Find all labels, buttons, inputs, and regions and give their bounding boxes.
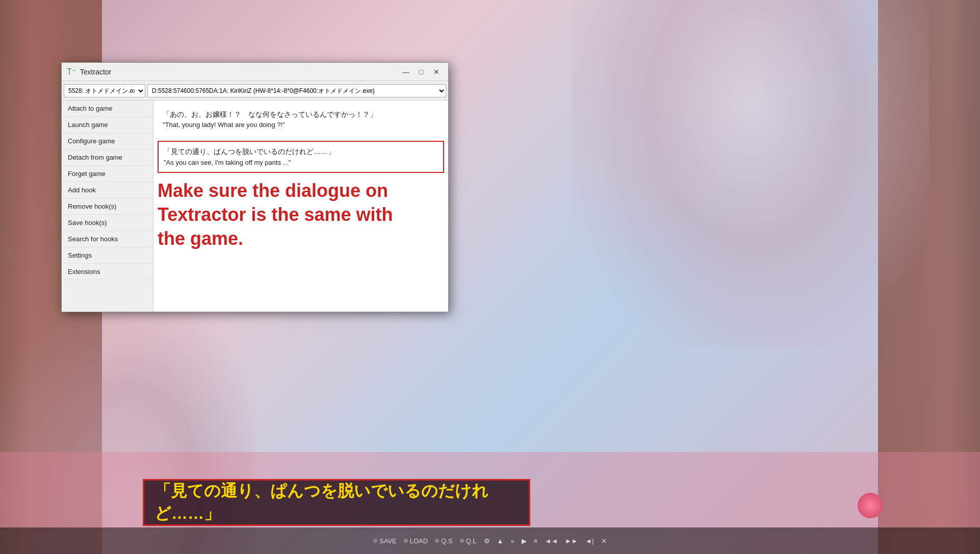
title-bar-controls: — □ ✕ bbox=[399, 66, 443, 78]
next-icon: ►► bbox=[565, 537, 578, 545]
menu-remove-hooks[interactable]: Remove hook(s) bbox=[62, 198, 153, 215]
process-dropdown[interactable]: 5528: オトメドメイン.exe bbox=[64, 84, 145, 97]
save-dot bbox=[373, 539, 377, 543]
content-area: 「あの、お、お嬢様！？ なな何をなさっているんですかっ！？」 "That, yo… bbox=[153, 100, 448, 312]
load-label: LOAD bbox=[410, 537, 428, 545]
menu-launch-game[interactable]: Launch game bbox=[62, 117, 153, 133]
toolbar-volume[interactable]: ◄) bbox=[585, 537, 594, 545]
window-body: Attach to game Launch game Configure gam… bbox=[62, 100, 448, 312]
up-icon: ▲ bbox=[497, 537, 504, 545]
top-controls: 5528: オトメドメイン.exe D:5528:574600:5765DA:1… bbox=[62, 81, 448, 100]
app-icon: T⁻ bbox=[67, 67, 76, 77]
settings-icon: ⚙ bbox=[484, 537, 490, 545]
annotation-line2: Textractor is the same with bbox=[158, 203, 444, 227]
highlighted-dialogue-jp: 「見ての通り、ぱんつを脱いでいるのだけれど……」 bbox=[164, 146, 438, 157]
qs-dot bbox=[435, 539, 439, 543]
play-icon: ▶ bbox=[522, 537, 527, 545]
toolbar-next[interactable]: ►► bbox=[565, 537, 578, 545]
window-title: Textractor bbox=[80, 68, 111, 76]
left-menu: Attach to game Launch game Configure gam… bbox=[62, 100, 153, 312]
annotation-line3: the game. bbox=[158, 227, 444, 251]
decorative-circle bbox=[858, 493, 883, 518]
menu-configure-game[interactable]: Configure game bbox=[62, 133, 153, 149]
annotation-text: Make sure the dialogue on Textractor is … bbox=[158, 179, 444, 250]
load-dot bbox=[404, 539, 408, 543]
menu-detach-from-game[interactable]: Detach from game bbox=[62, 149, 153, 166]
textractor-inner: 5528: オトメドメイン.exe D:5528:574600:5765DA:1… bbox=[62, 81, 448, 312]
toolbar-qs[interactable]: Q.S bbox=[435, 537, 452, 545]
skip-icon: » bbox=[510, 537, 514, 545]
textractor-window: T⁻ Textractor — □ ✕ 5528: オトメドメイン.exe D:… bbox=[61, 62, 449, 312]
toolbar-load[interactable]: LOAD bbox=[404, 537, 428, 545]
save-label: SAVE bbox=[379, 537, 397, 545]
toolbar-close[interactable]: ✕ bbox=[601, 537, 607, 545]
highlighted-dialogue-block: 「見ての通り、ぱんつを脱いでいるのだけれど……」 "As you can see… bbox=[158, 141, 444, 173]
minimize-button[interactable]: — bbox=[399, 66, 412, 78]
normal-dialogue-en: "That, young lady! What are you doing ?!… bbox=[163, 120, 439, 131]
menu-attach-to-game[interactable]: Attach to game bbox=[62, 100, 153, 117]
title-bar-left: T⁻ Textractor bbox=[67, 67, 111, 77]
normal-dialogue-jp: 「あの、お、お嬢様！？ なな何をなさっているんですかっ！？」 bbox=[163, 109, 439, 120]
annotation-line1: Make sure the dialogue on bbox=[158, 179, 444, 203]
game-dialogue-box: 「見ての通り、ぱんつを脱いでいるのだけれど……」 bbox=[143, 479, 530, 526]
volume-icon: ◄) bbox=[585, 537, 594, 545]
hook-dropdown[interactable]: D:5528:574600:5765DA:1A: KiriKiriZ (HW-8… bbox=[147, 84, 446, 97]
close-button[interactable]: ✕ bbox=[430, 66, 443, 78]
toolbar-settings[interactable]: ⚙ bbox=[484, 537, 490, 545]
menu-settings[interactable]: Settings bbox=[62, 247, 153, 264]
menu-save-hooks[interactable]: Save hook(s) bbox=[62, 215, 153, 231]
highlighted-dialogue-en: "As you can see, I'm taking off my pants… bbox=[164, 158, 438, 168]
prev-icon: ◄◄ bbox=[545, 537, 558, 545]
log-icon: ≡ bbox=[534, 537, 538, 545]
maximize-button[interactable]: □ bbox=[415, 66, 428, 78]
ql-dot bbox=[460, 539, 464, 543]
ql-label: Q.L bbox=[466, 537, 477, 545]
normal-dialogue-block: 「あの、お、お嬢様！？ なな何をなさっているんですかっ！？」 "That, yo… bbox=[158, 105, 444, 135]
menu-add-hook[interactable]: Add hook bbox=[62, 182, 153, 198]
toolbar-up[interactable]: ▲ bbox=[497, 537, 504, 545]
toolbar-ql[interactable]: Q.L bbox=[460, 537, 477, 545]
menu-search-for-hooks[interactable]: Search for hooks bbox=[62, 231, 153, 247]
game-dialogue-text: 「見ての通り、ぱんつを脱いでいるのだけれど……」 bbox=[154, 480, 519, 525]
character-right bbox=[572, 0, 929, 347]
menu-forget-game[interactable]: Forget game bbox=[62, 166, 153, 182]
title-bar: T⁻ Textractor — □ ✕ bbox=[62, 63, 448, 81]
toolbar-skip[interactable]: » bbox=[510, 537, 514, 545]
qs-label: Q.S bbox=[441, 537, 452, 545]
toolbar-log[interactable]: ≡ bbox=[534, 537, 538, 545]
game-toolbar: SAVE LOAD Q.S Q.L ⚙ ▲ » ▶ ≡ ◄◄ ►► ◄) ✕ bbox=[0, 527, 980, 554]
menu-extensions[interactable]: Extensions bbox=[62, 264, 153, 280]
toolbar-prev[interactable]: ◄◄ bbox=[545, 537, 558, 545]
toolbar-save[interactable]: SAVE bbox=[373, 537, 397, 545]
close-icon: ✕ bbox=[601, 537, 607, 545]
toolbar-play[interactable]: ▶ bbox=[522, 537, 527, 545]
